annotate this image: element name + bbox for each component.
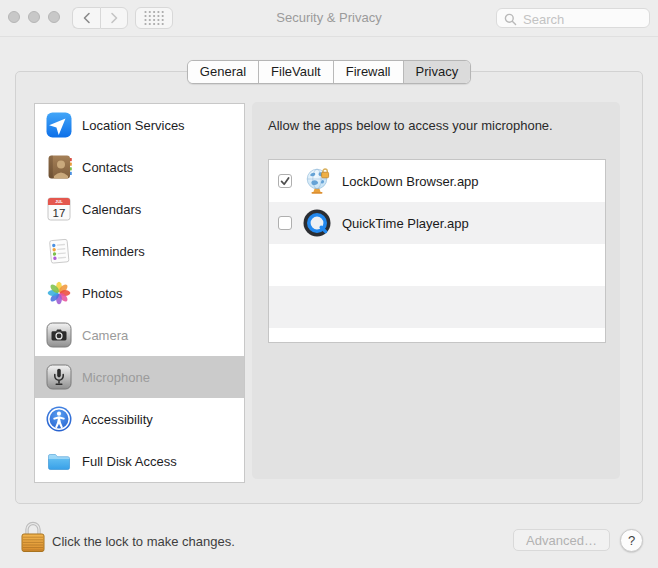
tab-group: General FileVault Firewall Privacy — [187, 60, 471, 84]
help-button[interactable]: ? — [620, 529, 643, 552]
sidebar-item-contacts[interactable]: Contacts — [35, 146, 244, 188]
search-field — [496, 8, 650, 28]
forward-button[interactable] — [100, 7, 128, 29]
sidebar-item-label: Contacts — [82, 160, 133, 175]
back-button[interactable] — [72, 7, 100, 29]
lock-icon[interactable] — [20, 521, 46, 554]
tab-filevault[interactable]: FileVault — [259, 61, 334, 83]
sidebar-item-microphone[interactable]: Microphone — [35, 356, 244, 398]
app-row-quicktime-player[interactable]: QuickTime Player.app — [269, 202, 605, 244]
sidebar-item-camera[interactable]: Camera — [35, 314, 244, 356]
tab-firewall[interactable]: Firewall — [334, 61, 404, 83]
sidebar-item-label: Calendars — [82, 202, 141, 217]
contacts-icon — [45, 153, 73, 181]
panel-heading: Allow the apps below to access your micr… — [268, 118, 553, 133]
full-disk-access-icon — [45, 447, 73, 475]
nav-buttons — [72, 7, 128, 29]
sidebar-item-label: Location Services — [82, 118, 185, 133]
title-bar: Security & Privacy — [0, 0, 658, 37]
sidebar-item-label: Accessibility — [82, 412, 153, 427]
app-checkbox[interactable] — [278, 174, 292, 188]
search-icon — [504, 13, 517, 26]
zoom-button[interactable] — [48, 11, 60, 23]
security-privacy-window: Security & Privacy General FileVault Fir… — [0, 0, 658, 568]
search-input[interactable] — [521, 9, 647, 29]
sidebar-item-reminders[interactable]: Reminders — [35, 230, 244, 272]
lockdown-browser-app-icon — [302, 166, 332, 196]
reminders-icon — [45, 237, 73, 265]
empty-row — [269, 328, 605, 343]
tab-bar: General FileVault Firewall Privacy — [0, 60, 658, 84]
microphone-settings-panel: Allow the apps below to access your micr… — [252, 102, 620, 479]
app-row-lockdown-browser[interactable]: LockDown Browser.app — [269, 160, 605, 202]
svg-text:JUL: JUL — [55, 199, 63, 204]
tab-privacy[interactable]: Privacy — [404, 61, 471, 83]
calendars-icon: JUL 17 — [45, 195, 73, 223]
tab-general[interactable]: General — [188, 61, 259, 83]
camera-icon — [45, 321, 73, 349]
location-services-icon — [45, 111, 73, 139]
sidebar-item-photos[interactable]: Photos — [35, 272, 244, 314]
chevron-right-icon — [108, 11, 120, 25]
app-permission-list: LockDown Browser.app QuickTime Player.ap… — [268, 159, 606, 343]
svg-text:17: 17 — [53, 207, 66, 219]
advanced-button[interactable]: Advanced… — [513, 529, 610, 551]
app-name: QuickTime Player.app — [342, 216, 469, 231]
quicktime-player-app-icon — [302, 208, 332, 238]
sidebar-item-accessibility[interactable]: Accessibility — [35, 398, 244, 440]
close-button[interactable] — [8, 11, 20, 23]
accessibility-icon — [45, 405, 73, 433]
empty-row — [269, 286, 605, 328]
minimize-button[interactable] — [28, 11, 40, 23]
sidebar-item-label: Camera — [82, 328, 128, 343]
sidebar-item-calendars[interactable]: JUL 17 Calendars — [35, 188, 244, 230]
photos-icon — [45, 279, 73, 307]
chevron-left-icon — [81, 11, 93, 25]
sidebar-item-full-disk-access[interactable]: Full Disk Access — [35, 440, 244, 482]
privacy-category-list: Location Services Contacts — [34, 103, 245, 483]
app-checkbox[interactable] — [278, 216, 292, 230]
sidebar-item-label: Reminders — [82, 244, 145, 259]
sidebar-item-location-services[interactable]: Location Services — [35, 104, 244, 146]
sidebar-item-label: Photos — [82, 286, 122, 301]
lock-hint-text: Click the lock to make changes. — [52, 534, 235, 549]
microphone-icon — [45, 363, 73, 391]
sidebar-item-label: Microphone — [82, 370, 150, 385]
window-controls — [8, 11, 60, 23]
empty-row — [269, 244, 605, 286]
app-name: LockDown Browser.app — [342, 174, 479, 189]
show-all-button[interactable] — [135, 7, 173, 29]
grid-icon — [143, 10, 165, 26]
checkmark-icon — [279, 175, 291, 187]
sidebar-item-label: Full Disk Access — [82, 454, 177, 469]
